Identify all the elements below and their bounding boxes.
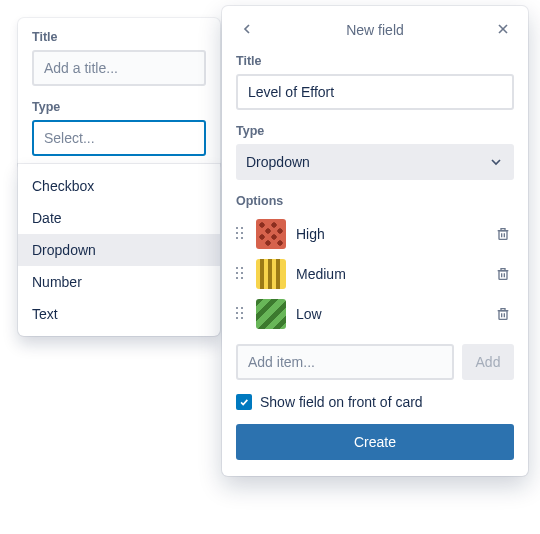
- type-option-text[interactable]: Text: [18, 298, 220, 330]
- option-label: Low: [296, 306, 482, 322]
- type-picker-panel: Title Type: [18, 18, 220, 170]
- type-select[interactable]: [32, 120, 206, 156]
- color-swatch[interactable]: [256, 259, 286, 289]
- add-option-input[interactable]: [236, 344, 454, 380]
- type-option-checkbox[interactable]: Checkbox: [18, 170, 220, 202]
- drag-handle-icon[interactable]: [236, 267, 246, 281]
- options-list: HighMediumLow: [236, 214, 514, 334]
- field-title-input[interactable]: [236, 74, 514, 110]
- type-option-number[interactable]: Number: [18, 266, 220, 298]
- type-option-date[interactable]: Date: [18, 202, 220, 234]
- new-field-panel: New field Title Type Dropdown Options Hi…: [222, 6, 528, 476]
- type-option-dropdown[interactable]: Dropdown: [18, 234, 220, 266]
- option-label: Medium: [296, 266, 482, 282]
- option-label: High: [296, 226, 482, 242]
- panel-header: New field: [236, 16, 514, 44]
- svg-rect-8: [499, 311, 507, 320]
- trash-icon: [495, 306, 511, 322]
- option-row: High: [236, 214, 514, 254]
- trash-icon: [495, 266, 511, 282]
- type-dropdown-menu: CheckboxDateDropdownNumberText: [18, 164, 220, 336]
- show-on-front-label: Show field on front of card: [260, 394, 423, 410]
- option-row: Low: [236, 294, 514, 334]
- panel-title: New field: [346, 22, 404, 38]
- field-type-select[interactable]: Dropdown: [236, 144, 514, 180]
- drag-handle-icon[interactable]: [236, 227, 246, 241]
- delete-option-button[interactable]: [492, 263, 514, 285]
- svg-rect-2: [499, 231, 507, 240]
- title-label: Title: [32, 30, 206, 44]
- back-button[interactable]: [236, 18, 258, 40]
- title-input[interactable]: [32, 50, 206, 86]
- add-option-button[interactable]: Add: [462, 344, 514, 380]
- options-label: Options: [236, 194, 514, 208]
- show-on-front-toggle[interactable]: Show field on front of card: [236, 394, 514, 410]
- checkbox-checked-icon: [236, 394, 252, 410]
- title-label: Title: [236, 54, 514, 68]
- chevron-down-icon: [488, 154, 504, 170]
- type-label: Type: [32, 100, 206, 114]
- color-swatch[interactable]: [256, 299, 286, 329]
- close-button[interactable]: [492, 18, 514, 40]
- svg-rect-5: [499, 271, 507, 280]
- color-swatch[interactable]: [256, 219, 286, 249]
- create-button[interactable]: Create: [236, 424, 514, 460]
- delete-option-button[interactable]: [492, 223, 514, 245]
- trash-icon: [495, 226, 511, 242]
- chevron-left-icon: [239, 21, 255, 37]
- option-row: Medium: [236, 254, 514, 294]
- delete-option-button[interactable]: [492, 303, 514, 325]
- field-type-value: Dropdown: [246, 154, 310, 170]
- type-label: Type: [236, 124, 514, 138]
- drag-handle-icon[interactable]: [236, 307, 246, 321]
- close-icon: [495, 21, 511, 37]
